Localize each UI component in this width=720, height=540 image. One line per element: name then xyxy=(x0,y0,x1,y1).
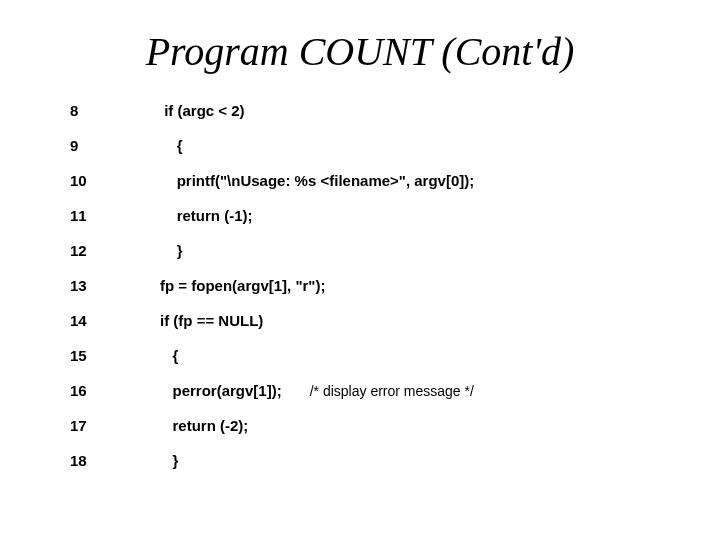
line-number: 12 xyxy=(70,243,160,258)
line-number: 18 xyxy=(70,453,160,468)
code-text: if (argc < 2) xyxy=(160,103,680,118)
code-line: 9 { xyxy=(70,138,680,153)
line-number: 8 xyxy=(70,103,160,118)
code-text: return (-2); xyxy=(160,418,680,433)
code-line: 14 if (fp == NULL) xyxy=(70,313,680,328)
line-number: 11 xyxy=(70,208,160,223)
line-number: 10 xyxy=(70,173,160,188)
code-text: return (-1); xyxy=(160,208,680,223)
line-number: 9 xyxy=(70,138,160,153)
code-line: 13 fp = fopen(argv[1], "r"); xyxy=(70,278,680,293)
code-text: fp = fopen(argv[1], "r"); xyxy=(160,278,680,293)
code-text: perror(argv[1]);/* display error message… xyxy=(160,383,680,398)
line-number: 13 xyxy=(70,278,160,293)
code-line: 10 printf("\nUsage: %s <filename>", argv… xyxy=(70,173,680,188)
code-text: { xyxy=(160,138,680,153)
code-text: printf("\nUsage: %s <filename>", argv[0]… xyxy=(160,173,680,188)
line-number: 17 xyxy=(70,418,160,433)
line-number: 14 xyxy=(70,313,160,328)
code-line: 16 perror(argv[1]);/* display error mess… xyxy=(70,383,680,398)
code-line: 15 { xyxy=(70,348,680,363)
slide: Program COUNT (Cont'd) 8 if (argc < 2) 9… xyxy=(0,0,720,540)
code-block: 8 if (argc < 2) 9 { 10 printf("\nUsage: … xyxy=(40,103,680,468)
code-line: 18 } xyxy=(70,453,680,468)
line-number: 16 xyxy=(70,383,160,398)
code-line: 12 } xyxy=(70,243,680,258)
code-line: 11 return (-1); xyxy=(70,208,680,223)
code-fragment: perror(argv[1]); xyxy=(160,382,282,399)
code-text: { xyxy=(160,348,680,363)
code-line: 17 return (-2); xyxy=(70,418,680,433)
code-comment: /* display error message */ xyxy=(310,383,474,399)
code-text: if (fp == NULL) xyxy=(160,313,680,328)
line-number: 15 xyxy=(70,348,160,363)
code-line: 8 if (argc < 2) xyxy=(70,103,680,118)
code-text: } xyxy=(160,453,680,468)
slide-title: Program COUNT (Cont'd) xyxy=(40,28,680,75)
code-text: } xyxy=(160,243,680,258)
